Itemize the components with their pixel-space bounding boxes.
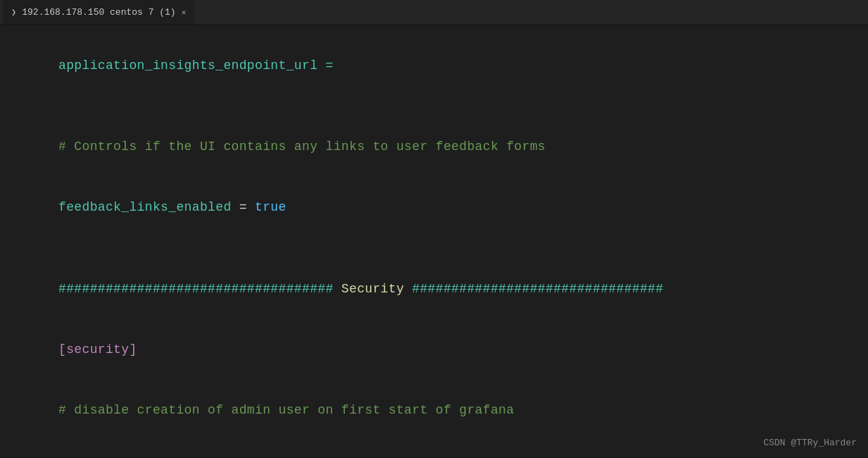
line-empty-2: [11, 238, 857, 259]
comment-disable: # disable creation of admin user on firs…: [58, 403, 514, 417]
bracket-security: [security]: [58, 342, 137, 357]
terminal-tab[interactable]: ❯ 192.168.178.150 centos 7 (1) ✕: [3, 0, 194, 25]
terminal-window: ❯ 192.168.178.150 centos 7 (1) ✕ applica…: [0, 0, 868, 458]
equals-feedback: =: [232, 200, 256, 214]
tab-close-button[interactable]: ✕: [182, 8, 187, 17]
line-comment-feedback: # Controls if the UI contains any links …: [11, 116, 857, 177]
value-feedback: true: [255, 200, 287, 214]
line-empty-1: [11, 96, 857, 116]
comment-feedback: # Controls if the UI contains any links …: [58, 140, 546, 154]
header-hashes-right: ################################: [404, 282, 663, 296]
line-security-bracket: [security]: [11, 319, 857, 380]
line-security-header: ################################### Secu…: [11, 259, 857, 319]
line-app-insights: application_insights_endpoint_url =: [11, 35, 857, 96]
key-feedback: feedback_links_enabled: [58, 200, 232, 214]
line-disable-creation: disable_initial_admin_creation = false: [11, 441, 857, 458]
line-feedback-enabled: feedback_links_enabled = true: [11, 178, 857, 238]
header-security-keyword: Security: [341, 282, 404, 296]
tab-bar: ❯ 192.168.178.150 centos 7 (1) ✕: [0, 0, 868, 25]
key-app-insights: application_insights_endpoint_url =: [58, 58, 334, 73]
watermark: CSDN @TTRy_Harder: [763, 438, 857, 448]
line-comment-disable: # disable creation of admin user on firs…: [11, 380, 857, 441]
terminal-body: application_insights_endpoint_url = # Co…: [0, 25, 868, 458]
tab-label: 192.168.178.150 centos 7 (1): [22, 7, 175, 18]
header-hashes-left: ###################################: [58, 282, 341, 296]
terminal-icon: ❯: [11, 7, 16, 18]
